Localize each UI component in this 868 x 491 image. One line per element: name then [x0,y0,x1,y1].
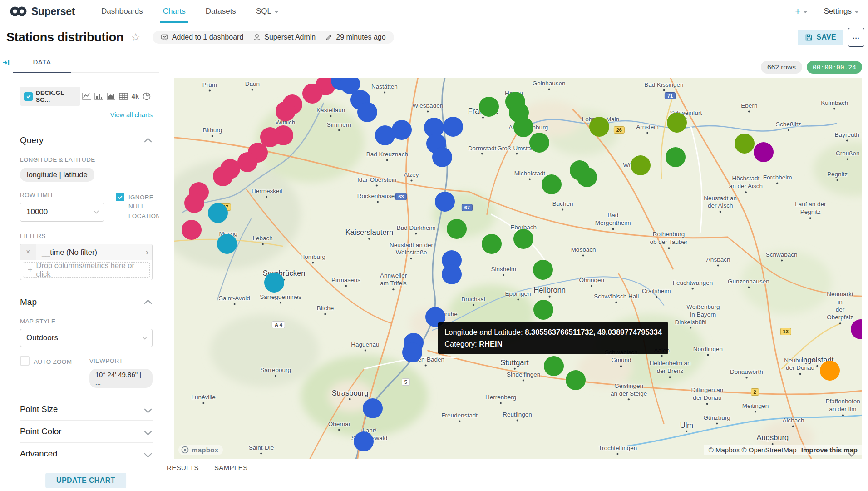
mapbox-icon [181,446,189,454]
map-point-green[interactable] [577,167,597,187]
map-point-olive[interactable] [667,113,687,133]
big-number-icon[interactable]: 4k [130,93,140,100]
table-icon[interactable] [118,91,129,102]
results-tab-samples[interactable]: SAMPLES [214,464,248,471]
map-point-pink[interactable] [182,220,202,240]
results-tabbar: RESULTSSAMPLES [167,464,248,471]
dashboards-badge[interactable]: Added to 1 dashboard [161,33,243,41]
nav-item-datasets[interactable]: Datasets [206,0,236,23]
section-advanced[interactable]: Advanced [20,442,153,465]
area-chart-icon[interactable] [106,91,117,102]
map-point-blue[interactable] [357,102,377,122]
remove-filter-icon[interactable]: × [20,244,36,260]
chart-header: Stations distribution ☆ Added to 1 dashb… [0,23,868,52]
divider [13,288,159,288]
favorite-star-icon[interactable]: ☆ [131,31,141,44]
mapbox-logo[interactable]: mapbox [178,445,223,455]
map-point-green[interactable] [533,300,553,320]
add-filter-dropzone[interactable]: + Drop columns/metrics here or click [23,262,150,278]
section-title: Advanced [20,449,57,459]
map-point-blue[interactable] [432,147,452,167]
section-point-color[interactable]: Point Color [20,420,153,442]
chevron-up-icon [144,138,152,146]
auto-zoom-label: AUTO ZOOM [34,357,72,388]
map-point-cyan[interactable] [264,273,284,293]
viz-type-selected[interactable]: DECK.GL SC... [20,87,80,106]
map-point-green[interactable] [566,370,586,390]
brand-name: Superset [31,5,75,18]
filter-pill[interactable]: × __time (No filter) › [20,244,152,260]
map-section-header[interactable]: Map [20,297,153,307]
map-point-blue[interactable] [354,431,374,451]
query-section-header[interactable]: Query [20,135,153,145]
section-point-size[interactable]: Point Size [20,398,153,420]
collapse-results-chevron-icon[interactable] [847,451,856,458]
page-title: Stations distribution [6,30,123,45]
map-point-blue[interactable] [442,264,462,284]
map-point-green[interactable] [447,219,467,239]
map-point-pink[interactable] [213,166,233,186]
map-point-cyan[interactable] [208,203,228,223]
map-point-blue[interactable] [363,398,383,418]
nav-item-charts[interactable]: Charts [163,0,186,23]
map-style-select[interactable]: Outdoors [20,329,153,347]
map-point-pink[interactable] [237,152,257,172]
owner-badge[interactable]: Superset Admin [253,33,316,41]
auto-zoom-checkbox[interactable] [20,356,30,366]
map-point-green[interactable] [482,234,502,254]
pie-chart-icon[interactable] [141,91,153,102]
lonlat-value-pill[interactable]: longitude | latitude [20,168,94,182]
nav-item-sql[interactable]: SQL [256,0,279,23]
ignore-null-checkbox[interactable] [116,193,124,201]
map-point-cyan[interactable] [217,234,237,254]
map-point-blue[interactable] [443,117,463,137]
settings-menu[interactable]: Settings [824,7,859,16]
map-point-green[interactable] [513,229,533,249]
results-tab-results[interactable]: RESULTS [167,464,199,471]
new-item-button[interactable]: + [795,6,807,17]
line-chart-icon[interactable] [81,91,93,102]
collapse-panel-icon[interactable] [2,59,10,67]
map-point-olive[interactable] [589,117,609,137]
map-point-green[interactable] [529,133,549,153]
map-point-olive[interactable] [631,155,651,175]
chevron-down-icon [144,428,152,436]
nav-item-dashboards[interactable]: Dashboards [101,0,143,23]
section-title: Point Size [20,404,58,414]
map-point-green[interactable] [542,174,562,194]
viewport-value-pill[interactable]: 10° 24' 49.86" | ... [89,369,153,388]
tab-data[interactable]: DATA [13,51,71,72]
map-point-green[interactable] [544,356,564,376]
chevron-up-icon [144,300,152,307]
osm-attribution-link[interactable]: © OpenStreetMap [742,446,797,454]
lonlat-label: LONGITUDE & LATITUDE [20,156,153,163]
map-point-pink[interactable] [302,84,322,104]
map-point-green[interactable] [513,117,533,137]
more-actions-button[interactable]: ... [848,28,864,47]
deckgl-map[interactable]: PrümDaunNastättenGelnhausenBad Kissingen… [174,78,862,459]
map-point-orange[interactable] [820,361,840,381]
superset-explore-window: Superset DashboardsChartsDatasetsSQL + S… [0,0,868,491]
map-point-blue[interactable] [402,342,422,362]
map-point-pink[interactable] [276,101,296,121]
map-point-pink[interactable] [184,193,204,213]
map-point-blue[interactable] [392,120,412,140]
map-point-blue[interactable] [435,192,455,212]
divider [159,480,868,480]
map-point-purple[interactable] [754,142,774,162]
view-all-charts-link[interactable]: View all charts [20,111,153,119]
mapbox-attribution-link[interactable]: © Mapbox [709,446,740,454]
map-point-green[interactable] [479,97,499,117]
update-chart-button[interactable]: UPDATE CHART [45,473,126,488]
row-limit-select[interactable]: 10000 [20,203,104,222]
filters-box: × __time (No filter) › + Drop columns/me… [20,244,153,280]
dashboard-board-icon [161,34,168,41]
save-button[interactable]: SAVE [798,30,843,45]
map-point-green[interactable] [666,147,686,167]
row-limit-group: ROW LIMIT 10000 [20,192,104,222]
map-point-olive[interactable] [735,134,755,154]
superset-logo[interactable]: Superset [10,5,75,18]
map-point-green[interactable] [533,260,553,280]
last-modified-badge[interactable]: 29 minutes ago [326,33,385,41]
bar-chart-icon[interactable] [94,91,105,102]
